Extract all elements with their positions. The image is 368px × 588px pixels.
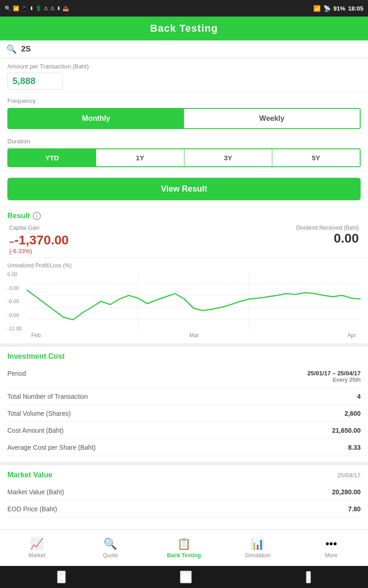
eod-price-value: 7.80 (348, 505, 361, 513)
search-bar[interactable]: 🔍 2S (0, 40, 368, 58)
battery-level: 91% (334, 5, 345, 12)
period-row: Period 25/01/17 – 25/04/17 Every 25th (7, 365, 361, 388)
bottom-nav: 📈 Market 🔍 Quote 📋 Back Testing 📊 Simula… (0, 529, 368, 566)
result-section: Result i Capital Gain –-1,370.00 (-6.33%… (0, 207, 368, 257)
duration-ytd-btn[interactable]: YTD (8, 149, 96, 166)
market-value-title: Market Value (7, 471, 52, 479)
frequency-label: Frequency (7, 97, 361, 104)
status-right: 📶 📡 91% 18:05 (313, 5, 363, 12)
investment-cost-section: Investment Cost Period 25/01/17 – 25/04/… (0, 343, 368, 462)
status-bar: 🔍📶📱⬇💲⚠⚠⬇📥 📶 📡 91% 18:05 (0, 0, 368, 17)
period-value: 25/01/17 – 25/04/17 (307, 370, 361, 377)
market-value-row: Market Value (Baht) 20,280.00 (7, 484, 361, 501)
total-volume-value: 2,600 (345, 410, 361, 417)
android-nav-bar: ◀ ⬤ ▪ (0, 566, 368, 588)
frequency-monthly-btn[interactable]: Monthly (8, 109, 184, 128)
back-testing-icon: 📋 (177, 537, 191, 550)
capital-gain-value: –-1,370.00 (9, 233, 69, 248)
eod-price-row: EOD Price (Baht) 7.80 (7, 501, 361, 518)
total-transactions-row: Total Number of Transaction 4 (7, 388, 361, 405)
chart-svg (27, 271, 361, 331)
frequency-toggle: Monthly Weekly (7, 108, 361, 129)
chart-container: 0.00 -3.00 -6.00 -9.00 -12.00 (7, 271, 361, 331)
duration-section: Duration YTD 1Y 3Y 5Y (0, 133, 368, 171)
frequency-section: Frequency Monthly Weekly (0, 93, 368, 133)
app-header: Back Testing (0, 17, 368, 40)
nav-simulation[interactable]: 📊 Simulation (221, 530, 294, 566)
quote-icon: 🔍 (104, 537, 117, 550)
wifi-icon: 📶 (313, 5, 321, 12)
frequency-weekly-btn[interactable]: Weekly (184, 109, 360, 128)
total-volume-label: Total Volume (Shares) (7, 410, 71, 417)
market-value-section: Market Value 25/04/17 Market Value (Baht… (0, 462, 368, 523)
market-icon: 📈 (30, 537, 44, 550)
status-icons: 🔍📶📱⬇💲⚠⚠⬇📥 (5, 6, 69, 11)
recents-button[interactable]: ▪ (306, 571, 311, 583)
duration-toggle: YTD 1Y 3Y 5Y (7, 148, 361, 167)
view-result-wrap: View Result (0, 171, 368, 207)
avg-cost-row: Average Cost per Share (Baht) 8.33 (7, 439, 361, 456)
total-volume-row: Total Volume (Shares) 2,600 (7, 405, 361, 422)
chart-xaxis: Feb Mar Apr (27, 332, 361, 339)
capital-gain-col: Capital Gain –-1,370.00 (-6.33%) (9, 225, 69, 254)
market-value-date: 25/04/17 (337, 472, 361, 479)
dividend-value: 0.00 (296, 231, 359, 246)
duration-5y-btn[interactable]: 5Y (272, 149, 360, 166)
nav-more[interactable]: ••• More (294, 530, 368, 566)
investment-cost-title: Investment Cost (7, 352, 361, 361)
info-icon[interactable]: i (33, 212, 41, 220)
market-value-label: Market Value (Baht) (7, 488, 64, 496)
cost-amount-label: Cost Amount (Baht) (7, 427, 63, 434)
amount-label: Amount per Transaction (Baht) (7, 63, 361, 70)
search-icon: 🔍 (6, 44, 17, 54)
cost-amount-row: Cost Amount (Baht) 21,650.00 (7, 422, 361, 439)
period-label: Period (7, 370, 26, 377)
amount-section: Amount per Transaction (Baht) 5,888 (0, 58, 368, 93)
dividend-col: Dividend Received (Baht) 0.00 (296, 225, 359, 246)
market-value-value: 20,280.00 (332, 488, 361, 496)
market-value-header: Market Value 25/04/17 (7, 471, 361, 479)
period-sub: Every 25th (307, 377, 361, 383)
back-button[interactable]: ◀ (57, 571, 66, 583)
home-button[interactable]: ⬤ (180, 571, 192, 583)
chart-section: Unrealized Profit/Loss (%) 0.00 -3.00 -6… (0, 257, 368, 343)
duration-3y-btn[interactable]: 3Y (184, 149, 272, 166)
search-value: 2S (21, 45, 31, 54)
total-transactions-label: Total Number of Transaction (7, 393, 88, 400)
chart-ylabel: Unrealized Profit/Loss (%) (7, 262, 361, 269)
chart-y-labels: 0.00 -3.00 -6.00 -9.00 -12.00 (7, 271, 27, 331)
app-title: Back Testing (150, 23, 218, 34)
main-content: Amount per Transaction (Baht) 5,888 Freq… (0, 58, 368, 547)
duration-label: Duration (7, 138, 361, 145)
avg-cost-label: Average Cost per Share (Baht) (7, 444, 96, 451)
period-right: 25/01/17 – 25/04/17 Every 25th (307, 370, 361, 383)
view-result-button[interactable]: View Result (7, 178, 361, 200)
capital-row: Capital Gain –-1,370.00 (-6.33%) Dividen… (7, 225, 361, 254)
cost-amount-value: 21,650.00 (332, 427, 361, 434)
avg-cost-value: 8.33 (348, 444, 361, 451)
nav-market[interactable]: 📈 Market (0, 530, 74, 566)
eod-price-label: EOD Price (Baht) (7, 505, 57, 513)
duration-1y-btn[interactable]: 1Y (96, 149, 184, 166)
nav-quote[interactable]: 🔍 Quote (74, 530, 147, 566)
result-title: Result i (7, 212, 361, 220)
signal-icon: 📡 (323, 5, 331, 12)
capital-gain-label: Capital Gain (9, 225, 69, 231)
simulation-icon: 📊 (251, 537, 264, 550)
amount-value[interactable]: 5,888 (7, 73, 63, 90)
total-transactions-value: 4 (357, 393, 361, 400)
more-icon: ••• (325, 537, 337, 550)
time-display: 18:05 (348, 5, 363, 12)
nav-back-testing[interactable]: 📋 Back Testing (147, 530, 221, 566)
dividend-label: Dividend Received (Baht) (296, 225, 359, 231)
capital-gain-percent: (-6.33%) (9, 248, 69, 254)
